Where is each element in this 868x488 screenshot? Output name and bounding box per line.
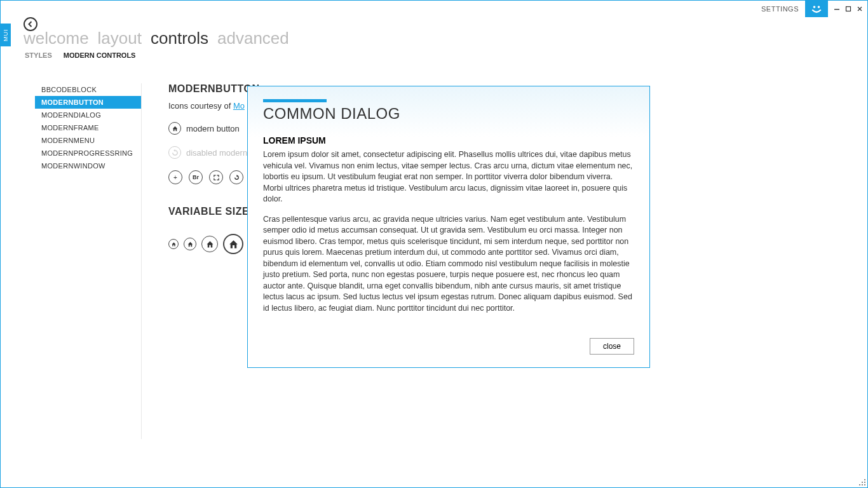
modern-button-disabled (168, 146, 181, 159)
main-tabs: welcome layout controls advanced (24, 29, 289, 48)
size-btn-l[interactable] (223, 234, 243, 254)
sidebar-item-moderndialog[interactable]: MODERNDIALOG (35, 109, 141, 121)
tab-advanced[interactable]: advanced (217, 29, 289, 48)
home-icon (172, 125, 179, 132)
dialog-title: COMMON DIALOG (263, 105, 634, 123)
icon-btn-plus[interactable]: + (168, 170, 182, 184)
home-icon (205, 240, 215, 249)
sidebar-item-modernprogressring[interactable]: MODERNPROGRESSRING (35, 147, 141, 159)
expand-icon (213, 174, 220, 181)
svg-rect-2 (834, 9, 839, 10)
svg-point-1 (818, 6, 820, 8)
window-controls (828, 1, 867, 17)
minimize-button[interactable] (833, 5, 841, 13)
close-icon (857, 6, 863, 12)
tab-layout[interactable]: layout (98, 29, 142, 48)
home-icon (171, 241, 177, 247)
size-btn-xs[interactable] (168, 239, 179, 249)
refresh-icon (172, 149, 179, 156)
dialog-buttons: close (263, 338, 634, 355)
icon-btn-expand[interactable] (209, 170, 223, 184)
subtitle-prefix: Icons courtesy of (168, 101, 233, 111)
maximize-button[interactable] (844, 5, 852, 13)
tab-welcome[interactable]: welcome (24, 29, 89, 48)
modern-button-disabled-label: disabled modern (186, 148, 247, 158)
sub-tabs: STYLES MODERN CONTROLS (25, 51, 135, 59)
smile-icon (810, 3, 823, 15)
dialog-paragraph-1: Lorem ipsum dolor sit amet, consectetur … (263, 149, 634, 205)
settings-link[interactable]: SETTINGS (759, 1, 805, 17)
mui-side-tab[interactable]: MUI (1, 24, 11, 46)
dialog-close-button[interactable]: close (590, 338, 634, 355)
sidebar-item-bbcodeblock[interactable]: BBCODEBLOCK (35, 83, 141, 96)
app-window: SETTINGS MUI welcome layout (0, 0, 868, 488)
home-icon (227, 238, 240, 250)
subtitle-link[interactable]: Mo (233, 101, 245, 111)
minimize-icon (834, 6, 840, 12)
subtab-modern-controls[interactable]: MODERN CONTROLS (64, 51, 136, 59)
arrow-left-icon (27, 20, 34, 28)
modern-button-1-label: modern button (186, 124, 240, 133)
redo-icon (233, 174, 240, 181)
dialog-section-title: LOREM IPSUM (263, 135, 634, 146)
svg-point-0 (813, 6, 816, 8)
icon-btn-redo[interactable] (229, 170, 243, 184)
resize-grip[interactable] (858, 478, 866, 486)
dialog-accent-bar (263, 99, 327, 102)
common-dialog: COMMON DIALOG LOREM IPSUM Lorem ipsum do… (247, 86, 650, 368)
size-btn-m[interactable] (201, 236, 218, 252)
subtab-styles[interactable]: STYLES (25, 51, 52, 59)
home-icon (187, 241, 194, 248)
app-logo (805, 1, 828, 17)
icon-btn-br[interactable]: Br (189, 170, 203, 184)
size-btn-s[interactable] (184, 238, 196, 250)
svg-rect-3 (846, 7, 851, 11)
sidebar-item-modernbutton[interactable]: MODERNBUTTON (35, 96, 141, 109)
tab-controls[interactable]: controls (151, 29, 208, 48)
title-bar: SETTINGS (1, 1, 867, 17)
sidebar-item-modernmenu[interactable]: MODERNMENU (35, 134, 141, 147)
sidebar: BBCODEBLOCK MODERNBUTTON MODERNDIALOG MO… (35, 83, 142, 439)
dialog-paragraph-2: Cras pellentesque varius arcu, ac gravid… (263, 214, 634, 315)
maximize-icon (845, 6, 851, 12)
sidebar-item-modernwindow[interactable]: MODERNWINDOW (35, 159, 141, 172)
modern-button-1[interactable] (168, 122, 181, 135)
close-button[interactable] (856, 5, 864, 13)
sidebar-item-modernframe[interactable]: MODERNFRAME (35, 121, 141, 134)
